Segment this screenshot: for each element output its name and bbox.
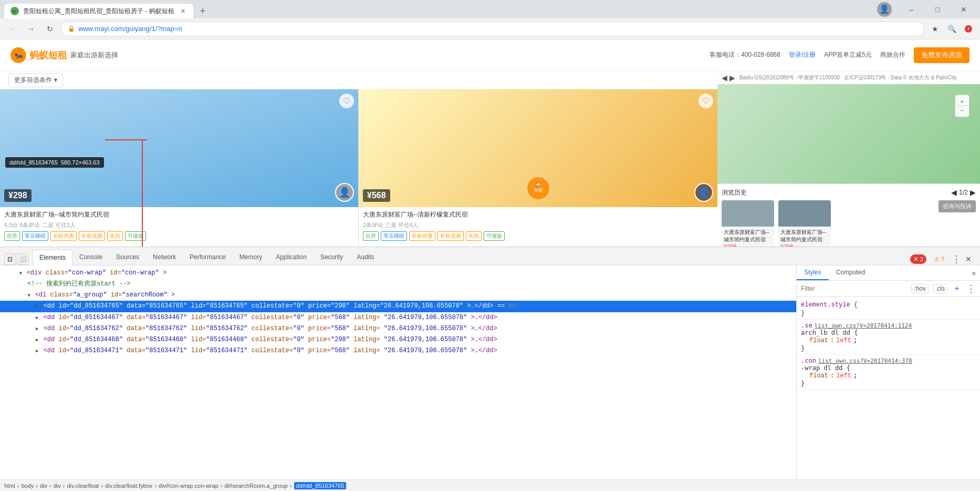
breadcrumb-div1[interactable]: div [40, 483, 47, 489]
breadcrumb-div-con-wrap[interactable]: div#con-wrap.con-wrap [159, 483, 218, 489]
breadcrumb-bar: html › body › div › div › div.clearfloat… [0, 479, 980, 491]
minimize-button[interactable]: – [899, 0, 923, 18]
tab-styles[interactable]: Styles [797, 265, 829, 280]
prop-val-left-con: left [836, 372, 851, 380]
devtools-close-button[interactable]: ✕ [965, 255, 972, 263]
prev-history[interactable]: ◀ [951, 188, 957, 197]
webpage-content: 🐜 蚂蚁短租 家庭出游新选择 客服电话：400-028-6868 登录/注册 A… [0, 39, 980, 247]
listing-card-2[interactable]: ¥568 👤 ♡ 🏠有家 大唐东原财富广场--清新柠檬复式民宿 2条评论 三居 … [359, 89, 717, 247]
back-button[interactable]: ← [4, 21, 20, 37]
style-file-link-arch[interactable]: list_own.css?V=20170414:1124 [815, 322, 912, 329]
breadcrumb-dl-search[interactable]: dl#searchRoom.a_group [224, 483, 287, 489]
tab-elements[interactable]: Elements [33, 250, 72, 265]
device-toolbar-button[interactable]: ⬜ [17, 253, 28, 265]
zoom-out-button[interactable]: − [957, 106, 967, 115]
map-placeholder: ◀ ▶ Baidu·GS(2016)2089号 · 甲测资字1100930 · … [717, 71, 980, 247]
style-rule-arch: .se list_own.css?V=20170414:1124 arch_lb… [797, 320, 980, 355]
listing-tags: 自营 零压睡眠 长租优惠 长租优惠 实拍 可做饭 [4, 231, 354, 241]
map-zoom-controls[interactable]: + − [955, 95, 969, 117]
styles-more-button[interactable]: » [967, 265, 980, 280]
active-tab[interactable]: 🐜 贵阳短租公寓_贵阳短租民宿_贵阳短租房子 - 蚂蚁短租 ✕ [4, 4, 193, 18]
history-title: 浏览历史 ◀ 1/2 ▶ [722, 188, 976, 197]
devtools-content: ▶ <div class="con-wrap" id="con-wrap" > … [0, 265, 980, 479]
error-badge: ✕ 3 [910, 254, 926, 264]
element-line-div-con-wrap[interactable]: ▶ <div class="con-wrap" id="con-wrap" > [0, 268, 796, 279]
merchant-link[interactable]: 商旅合作 [880, 50, 905, 59]
map-top-bar: ◀ ▶ Baidu·GS(2016)2089号 · 甲测资字1100930 · … [717, 71, 980, 84]
listing-title-2: 大唐东原财富广场--清新柠檬复式民宿 [363, 210, 713, 219]
breadcrumb-div2[interactable]: div [54, 483, 61, 489]
free-publish-button[interactable]: 免费发布房源 [914, 47, 969, 63]
next-history[interactable]: ▶ [970, 188, 976, 197]
listing-card[interactable]: ¥298 👤 ♡ 大唐东原财富广场--城市简约复式民宿 5.0分 5条评论 二居… [0, 89, 359, 247]
breadcrumb-body[interactable]: body [21, 483, 34, 489]
url-text: www.mayi.com/guiyang/1/?map=n [78, 25, 182, 33]
styles-content: element.style { } .se list_own.css?V=201… [797, 297, 980, 479]
tag-sleep: 零压睡眠 [22, 231, 48, 241]
breadcrumb-div-fybox[interactable]: div.clearfloat.fybox [105, 483, 152, 489]
new-tab-button[interactable]: + [195, 4, 210, 18]
breadcrumb-html[interactable]: html [4, 483, 15, 489]
login-link[interactable]: 登录/注册 [789, 50, 816, 59]
devtools-more-button[interactable]: ⋮ [952, 253, 961, 265]
element-line-dd-762[interactable]: ▶ <dd id="dd_851634762" data="851634762"… [0, 323, 796, 334]
maximize-button[interactable]: □ [925, 0, 950, 18]
close-button[interactable]: ✕ [952, 0, 976, 18]
tag2-sleep: 零压睡眠 [381, 231, 407, 241]
forward-button[interactable]: → [23, 21, 39, 37]
notification-button[interactable]: ! [961, 22, 976, 36]
zoom-in-button[interactable]: + [957, 97, 967, 106]
reload-button[interactable]: ↻ [42, 21, 58, 37]
chevron-down-icon: ▾ [54, 76, 57, 84]
style-rule-con-header: .con list_own.css?V=20170414:378 [801, 357, 976, 364]
element-line-dd-468[interactable]: ▶ <dd id="dd_851634468" data="851634468"… [0, 334, 796, 345]
user-avatar[interactable]: 👤 [877, 2, 892, 17]
tab-memory[interactable]: Memory [233, 249, 269, 265]
more-filters-button[interactable]: 更多筛选条件 ▾ [8, 73, 63, 87]
tab-close-button[interactable]: ✕ [179, 7, 187, 15]
tag2-cook: 可做饭 [484, 231, 505, 241]
favorite-button[interactable]: ♡ [339, 94, 354, 108]
cls-filter-button[interactable]: .cls [933, 284, 947, 293]
history-item-1[interactable]: 大唐东原财富广场--城市简约复式民宿 ¥298 [722, 200, 774, 247]
styles-filter-input[interactable] [801, 285, 907, 292]
favorite-button-2[interactable]: ♡ [698, 94, 713, 108]
tab-security[interactable]: Security [314, 249, 350, 265]
listing-info: 大唐东原财富广场--城市简约复式民宿 5.0分 5条评论 二居 可住3人 自营 … [0, 207, 358, 247]
listing-image [0, 89, 358, 207]
tab-console[interactable]: Console [72, 249, 109, 265]
tab-application[interactable]: Application [269, 249, 314, 265]
style-file-link-con[interactable]: list_own.css?V=20170414:378 [818, 357, 912, 364]
triangle-icon: ▶ [17, 272, 24, 274]
element-line-dd-467[interactable]: ▶ <dd id="dd_851634467" data="851634467"… [0, 312, 796, 323]
history-panel: 浏览历史 ◀ 1/2 ▶ 大唐东原财富广场--城市简约复式 [717, 183, 980, 247]
tab-computed[interactable]: Computed [829, 265, 872, 280]
breadcrumb-dd-selected[interactable]: dd#dd_851634765 [294, 482, 347, 489]
add-style-button[interactable]: + [952, 283, 962, 294]
element-line-dd-471[interactable]: ▶ <dd id="dd_851634471" data="851634471"… [0, 345, 796, 356]
inspect-element-button[interactable]: ⊡ [4, 253, 16, 265]
hov-filter-button[interactable]: :hov [911, 284, 929, 293]
tab-performance[interactable]: Performance [183, 249, 233, 265]
tab-area: 🐜 贵阳短租公寓_贵阳短租民宿_贵阳短租房子 - 蚂蚁短租 ✕ + [4, 0, 874, 18]
tab-network[interactable]: Network [146, 249, 183, 265]
price-badge-2: ¥568 [363, 189, 390, 202]
element-line-dd-selected[interactable]: ▶ <dd id="dd_851634765" data="851634765"… [0, 301, 796, 312]
elements-panel[interactable]: ▶ <div class="con-wrap" id="con-wrap" > … [0, 265, 796, 479]
breadcrumb-div-clearfloat[interactable]: div.clearfloat [67, 483, 99, 489]
phone-label: 客服电话：400-028-6868 [710, 50, 780, 59]
search-button[interactable]: 🔍 [944, 22, 959, 36]
style-selector-se: .se [801, 322, 812, 329]
triangle-icon-468: ▶ [36, 336, 38, 344]
bookmark-button[interactable]: ★ [927, 22, 942, 36]
listing-info-2: 大唐东原财富广场--清新柠檬复式民宿 2条评论 三居 可住6人 自营 零压睡眠 … [359, 207, 717, 247]
tab-audits[interactable]: Audits [350, 249, 381, 265]
url-bar[interactable]: 🔒 www.mayi.com/guiyang/1/?map=n [61, 22, 924, 36]
element-line-dl[interactable]: ▶ <dl class="a_group" id="searchRoom" > [0, 290, 796, 301]
tab-sources[interactable]: Sources [109, 249, 146, 265]
tag-real-photo: 实拍 [107, 231, 123, 241]
map-area: ◀ ▶ Baidu·GS(2016)2089号 · 甲测资字1100930 · … [717, 71, 980, 247]
history-item-2[interactable]: 大唐东原财富广场--城市简约复式民宿 ¥298 [778, 200, 831, 247]
site-logo: 🐜 蚂蚁短租 家庭出游新选择 [11, 47, 118, 63]
consult-button[interactable]: 咨询与投诉 [939, 200, 976, 212]
